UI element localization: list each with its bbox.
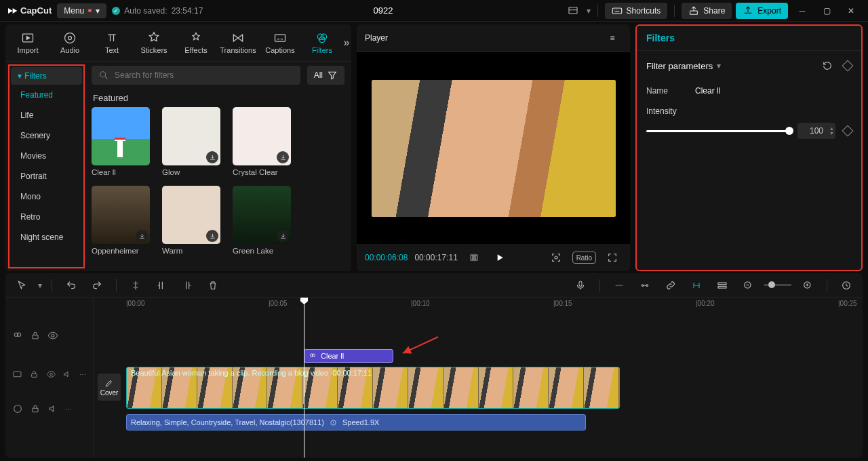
preview-axis-icon[interactable] [687, 277, 706, 294]
sidebar-item-scenery[interactable]: Scenery [11, 125, 82, 146]
export-button[interactable]: Export [736, 3, 788, 19]
divider [674, 5, 675, 17]
zoom-slider[interactable] [764, 284, 791, 286]
sidebar-heading[interactable]: ▾Filters [11, 67, 82, 85]
keyframe-diamond-icon[interactable] [842, 125, 854, 137]
sidebar-item-portrait[interactable]: Portrait [11, 166, 82, 186]
undo-button[interactable] [62, 277, 81, 294]
sidebar-item-featured[interactable]: Featured [11, 85, 82, 105]
filter-card-warm[interactable]: Warm [162, 186, 220, 255]
name-label: Name [646, 86, 687, 96]
download-icon[interactable] [277, 151, 289, 163]
snap-icon[interactable] [635, 277, 654, 294]
track-display-icon[interactable] [713, 277, 732, 294]
lock-icon[interactable] [30, 330, 41, 341]
shortcuts-button[interactable]: Shortcuts [605, 3, 668, 19]
sidebar-item-night-scene[interactable]: Night scene [11, 227, 82, 247]
slider-knob[interactable] [785, 127, 793, 135]
sidebar-item-movies[interactable]: Movies [11, 146, 82, 166]
sidebar-item-mono[interactable]: Mono [11, 186, 82, 207]
playhead[interactable] [304, 298, 304, 458]
audio-track-icon[interactable] [12, 403, 23, 414]
filter-card-glow[interactable]: Glow [162, 107, 220, 176]
mic-icon[interactable] [571, 277, 590, 294]
download-icon[interactable] [277, 230, 289, 242]
share-button[interactable]: Share [682, 3, 732, 19]
window-minimize[interactable]: ─ [792, 6, 812, 16]
filter-card-clear-ii[interactable]: Clear ll [92, 107, 150, 176]
lock-icon[interactable] [29, 369, 39, 380]
compare-icon[interactable] [465, 249, 484, 266]
trim-right-button[interactable] [178, 277, 197, 294]
filter-card-oppenheimer[interactable]: Oppenheimer [92, 186, 150, 255]
inspector-tab[interactable]: Filters [637, 26, 861, 51]
eye-icon[interactable] [46, 369, 56, 380]
zoom-out-icon[interactable] [738, 277, 757, 294]
search-input[interactable]: Search for filters [92, 66, 300, 85]
filter-card-green-lake[interactable]: Green Lake [233, 186, 291, 255]
keyframe-diamond-icon[interactable] [842, 60, 854, 72]
tabs-more[interactable]: » [343, 27, 350, 58]
tab-captions[interactable]: Captions [259, 27, 301, 58]
layout-icon[interactable] [564, 3, 583, 19]
mute-icon[interactable] [62, 369, 73, 380]
window-close[interactable]: ✕ [841, 6, 861, 16]
intensity-value-input[interactable]: 100 ▲▼ [797, 123, 835, 139]
player-menu-icon[interactable]: ≡ [603, 30, 622, 46]
tab-stickers[interactable]: Stickers [133, 27, 175, 58]
fit-timeline-icon[interactable] [837, 277, 856, 294]
magnet-on-icon[interactable] [610, 277, 629, 294]
sidebar-item-retro[interactable]: Retro [11, 207, 82, 227]
filter-card-crystal-clear[interactable]: Crystal Clear [233, 107, 291, 176]
tab-import[interactable]: Import [7, 27, 49, 58]
value-stepper[interactable]: ▲▼ [829, 126, 834, 136]
filter-track-icon[interactable] [12, 330, 23, 341]
intensity-slider[interactable] [646, 130, 789, 132]
video-clip[interactable]: Beautiful Asian woman taking a clip. Rec… [126, 367, 620, 409]
tab-effects[interactable]: Effects [175, 27, 217, 58]
download-icon[interactable] [136, 230, 148, 242]
zoom-in-icon[interactable] [798, 277, 817, 294]
reset-icon[interactable] [818, 58, 837, 74]
audio-clip[interactable]: Relaxing, Simple, Countryside, Travel, N… [126, 414, 586, 430]
sidebar-item-life[interactable]: Life [11, 105, 82, 125]
link-icon[interactable] [661, 277, 680, 294]
eye-icon[interactable] [47, 330, 58, 341]
cover-button[interactable]: Cover [98, 374, 121, 401]
scan-icon[interactable] [547, 249, 566, 266]
chevron-down-icon[interactable]: ▾ [717, 61, 721, 71]
player-viewport[interactable] [357, 52, 630, 244]
menu-label: Menu [64, 6, 84, 16]
redo-button[interactable] [87, 277, 106, 294]
delete-button[interactable] [203, 277, 222, 294]
selection-tool[interactable] [12, 277, 31, 294]
project-title[interactable]: 0922 [208, 5, 557, 16]
duration-timecode: 00:00:17:11 [414, 253, 457, 262]
mute-icon[interactable] [47, 403, 58, 414]
fullscreen-icon[interactable] [603, 249, 622, 266]
tab-filters[interactable]: Filters [301, 27, 343, 58]
play-button[interactable] [490, 249, 509, 266]
filters-icon [315, 31, 329, 45]
lock-icon[interactable] [30, 403, 41, 414]
track-more-icon[interactable]: ⋯ [65, 405, 72, 413]
download-icon[interactable] [206, 230, 218, 242]
timeline-ruler[interactable]: |00:00 |00:05 |00:10 |00:15 |00:20 |00:2… [94, 298, 863, 313]
download-icon[interactable] [206, 151, 218, 163]
timeline-tracks[interactable]: |00:00 |00:05 |00:10 |00:15 |00:20 |00:2… [94, 298, 863, 458]
tab-transitions[interactable]: Transitions [217, 27, 259, 58]
tab-audio[interactable]: Audio [49, 27, 91, 58]
svg-rect-22 [33, 335, 38, 338]
track-more-icon[interactable]: ⋯ [79, 371, 86, 378]
tab-text[interactable]: Text [91, 27, 133, 58]
chevron-down-icon[interactable]: ▾ [38, 281, 42, 290]
filter-clip[interactable]: Clear ll [304, 349, 393, 363]
chevron-down-icon[interactable]: ▾ [587, 6, 591, 16]
video-track-icon[interactable] [12, 369, 22, 380]
menu-button[interactable]: Menu ▾ [57, 3, 106, 18]
filter-all-button[interactable]: All [307, 66, 344, 85]
window-maximize[interactable]: ▢ [816, 6, 837, 16]
ratio-button[interactable]: Ratio [572, 252, 596, 264]
split-button[interactable] [126, 277, 145, 294]
trim-left-button[interactable] [152, 277, 171, 294]
